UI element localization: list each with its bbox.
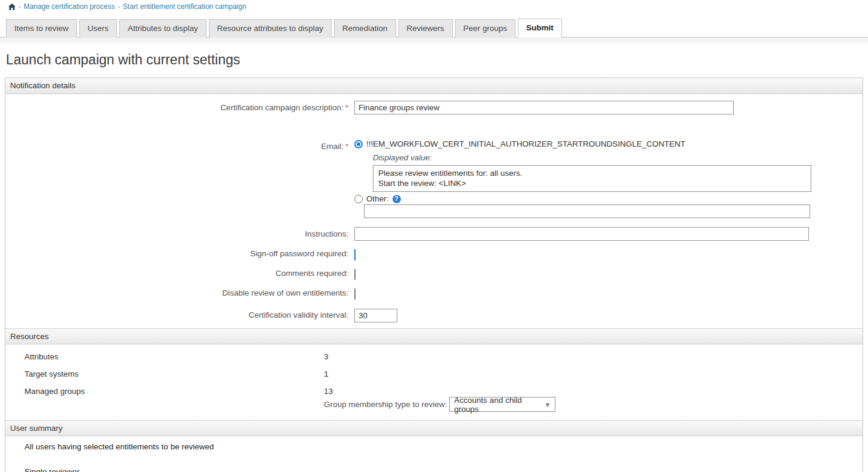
displayed-value-line: Start the review: <LINK> [378, 178, 806, 188]
managed-groups-value: 13 [324, 387, 863, 396]
managed-groups-label: Managed groups [5, 387, 324, 412]
tab-reviewers[interactable]: Reviewers [399, 19, 453, 38]
tabbar-shadow [0, 38, 868, 46]
instructions-input[interactable] [354, 227, 809, 241]
validity-interval-input[interactable] [354, 309, 397, 322]
email-other-input[interactable] [364, 204, 810, 218]
tab-remediation[interactable]: Remediation [334, 19, 396, 38]
required-asterisk: * [345, 142, 348, 151]
campaign-summary-panel: Notification details Certification campa… [5, 77, 863, 472]
page-title: Launch campaign with current settings [0, 46, 868, 77]
group-membership-select[interactable]: Accounts and child groups ▼ [449, 397, 555, 412]
email-row: Email:* !!!EM_WORKFLOW_CERT_INITIAL_AUTH… [5, 139, 863, 218]
target-systems-label: Target systems [5, 369, 324, 378]
breadcrumb-link-start-campaign[interactable]: Start entitlement certification campaign [123, 2, 246, 11]
email-other-label: Other: [366, 194, 389, 203]
displayed-value-line: Please review entitlements for: all user… [378, 168, 806, 178]
email-template-option: !!!EM_WORKFLOW_CERT_INITIAL_AUTHORIZER_S… [354, 139, 863, 148]
disable-review-label: Disable review of own entitlements: [5, 288, 348, 297]
disable-own-review-checkbox[interactable] [354, 288, 356, 300]
tab-bar: Items to review Users Attributes to disp… [0, 18, 868, 38]
campaign-description-input[interactable] [354, 101, 734, 114]
tab-attributes-to-display[interactable]: Attributes to display [119, 19, 206, 38]
tab-resource-attributes-to-display[interactable]: Resource attributes to display [209, 19, 332, 38]
email-template-label: !!!EM_WORKFLOW_CERT_INITIAL_AUTHORIZER_S… [366, 139, 685, 148]
breadcrumb: › Manage certification process › Start e… [0, 0, 868, 11]
tab-peer-groups[interactable]: Peer groups [455, 19, 516, 38]
section-header-user-summary: User summary [5, 420, 863, 436]
notification-details-form: Certification campaign description:* Ema… [5, 94, 863, 328]
user-summary-body: All users having selected entitlements t… [5, 436, 863, 472]
signoff-password-checkbox[interactable] [354, 249, 356, 260]
email-label: Email:* [5, 139, 348, 151]
displayed-value-box: Please review entitlements for: all user… [373, 165, 811, 192]
section-header-notification-details: Notification details [5, 78, 863, 94]
displayed-value-label: Displayed value: [373, 153, 863, 162]
description-label: Certification campaign description:* [5, 101, 348, 112]
instructions-label: Instructions: [5, 227, 348, 238]
comments-label: Comments required: [5, 269, 348, 278]
validity-label: Certification validity interval: [5, 308, 348, 319]
tab-submit[interactable]: Submit [518, 18, 562, 38]
resources-body: Attributes 3 Target systems 1 Managed gr… [5, 344, 863, 420]
disable-review-row: Disable review of own entitlements: [5, 288, 863, 300]
breadcrumb-separator: › [118, 3, 120, 10]
attributes-label: Attributes [5, 352, 324, 361]
membership-type-label: Group membership type to review: [324, 400, 447, 409]
tab-users[interactable]: Users [79, 19, 117, 38]
comments-required-checkbox[interactable] [354, 269, 356, 280]
breadcrumb-separator: › [18, 3, 21, 10]
home-icon[interactable] [8, 4, 16, 10]
user-summary-reviewer: Single reviewer [5, 467, 863, 472]
comments-row: Comments required: [5, 269, 863, 280]
description-row: Certification campaign description:* [5, 101, 863, 114]
validity-row: Certification validity interval: [5, 308, 863, 322]
email-other-option: Other: ? [354, 194, 863, 203]
chevron-down-icon: ▼ [544, 401, 551, 408]
tab-items-to-review[interactable]: Items to review [6, 19, 77, 38]
instructions-row: Instructions: [5, 227, 863, 241]
attributes-value: 3 [324, 352, 863, 361]
user-summary-scope: All users having selected entitlements t… [5, 442, 863, 451]
help-icon[interactable]: ? [393, 195, 401, 203]
section-header-resources: Resources [5, 328, 863, 344]
required-asterisk: * [345, 103, 348, 112]
target-systems-value: 1 [324, 369, 863, 378]
signoff-label: Sign-off password required: [5, 249, 348, 258]
group-membership-selected-value: Accounts and child groups [454, 396, 544, 414]
resources-row-managed-groups: Managed groups 13 Group membership type … [5, 383, 863, 416]
breadcrumb-link-manage-certification[interactable]: Manage certification process [24, 2, 115, 11]
email-template-radio[interactable] [354, 140, 363, 148]
resources-row-attributes: Attributes 3 [5, 348, 863, 365]
membership-type-row: Group membership type to review: Account… [324, 397, 863, 412]
resources-row-target-systems: Target systems 1 [5, 365, 863, 383]
email-other-radio[interactable] [354, 195, 363, 203]
signoff-row: Sign-off password required: [5, 249, 863, 260]
